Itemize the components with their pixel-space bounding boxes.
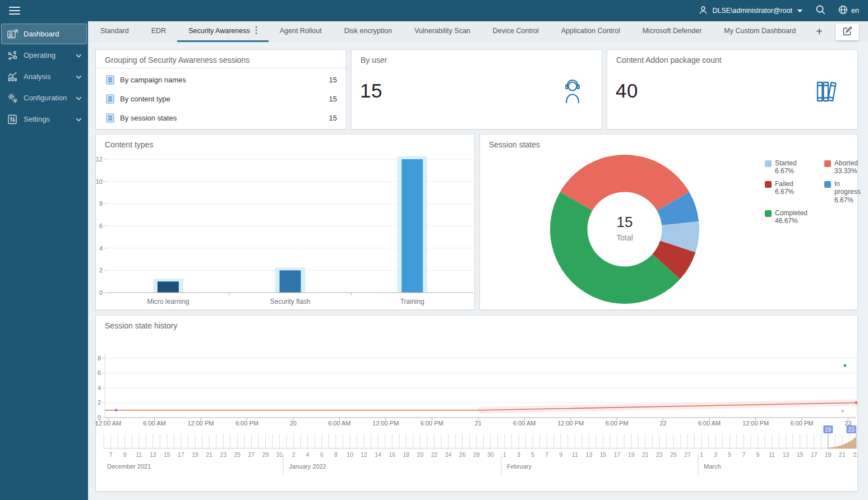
svg-text:12:00 PM: 12:00 PM bbox=[372, 420, 399, 427]
svg-text:21: 21 bbox=[206, 451, 213, 458]
svg-text:31: 31 bbox=[276, 451, 283, 458]
svg-text:December 2021: December 2021 bbox=[107, 463, 151, 470]
svg-text:Total: Total bbox=[616, 233, 633, 242]
card-title: Grouping of Security Awareness sessions bbox=[105, 55, 250, 64]
sidebar-item-settings[interactable]: Settings bbox=[1, 109, 87, 129]
tab-my-custom-dashboard[interactable]: My Custom Dashboard bbox=[713, 21, 807, 42]
by-user-count: 15 bbox=[360, 80, 382, 102]
svg-text:0: 0 bbox=[99, 289, 103, 296]
tab-disk-encryption[interactable]: Disk encryption bbox=[333, 21, 403, 42]
svg-text:30: 30 bbox=[487, 451, 494, 458]
legend-label: In progress6.67% bbox=[834, 180, 861, 203]
grouping-row-label: By content type bbox=[120, 95, 170, 103]
svg-text:7: 7 bbox=[545, 451, 548, 458]
svg-text:15: 15 bbox=[617, 214, 633, 230]
legend-item-failed[interactable]: Failed6.67% bbox=[765, 180, 819, 203]
svg-text:5: 5 bbox=[728, 451, 731, 458]
navigator-handle-23[interactable]: 23 bbox=[847, 425, 856, 433]
chevron-down-icon bbox=[797, 7, 803, 15]
language-selector[interactable]: en bbox=[838, 5, 859, 16]
tab-edr[interactable]: EDR bbox=[140, 21, 177, 42]
bar-micro-learning[interactable] bbox=[158, 281, 179, 293]
grouping-row-by-campaign-names[interactable]: By campaign names15 bbox=[96, 70, 346, 89]
svg-text:11: 11 bbox=[769, 451, 775, 458]
svg-text:17: 17 bbox=[178, 451, 184, 458]
sidebar-item-operating[interactable]: Operating bbox=[1, 45, 87, 66]
tab-label: Vulnerability Scan bbox=[414, 27, 470, 35]
legend-item-in-progress[interactable]: In progress6.67% bbox=[824, 180, 861, 203]
svg-text:3: 3 bbox=[714, 451, 717, 458]
grouping-row-value: 15 bbox=[329, 114, 337, 122]
tab-security-awareness[interactable]: Security Awareness bbox=[177, 21, 269, 42]
add-dashboard-tab-button[interactable]: + bbox=[807, 21, 832, 42]
svg-text:6:00 AM: 6:00 AM bbox=[328, 420, 350, 427]
session-state-history-chart: 024681912:00 AM6:00 AM12:00 PM6:00 PM206… bbox=[96, 316, 857, 491]
svg-text:12: 12 bbox=[361, 451, 367, 458]
bar-security-flash[interactable] bbox=[280, 270, 301, 293]
content-addon-count: 40 bbox=[616, 80, 638, 102]
edit-dashboard-button[interactable] bbox=[835, 24, 859, 40]
svg-text:17: 17 bbox=[811, 451, 818, 458]
legend-label: Failed6.67% bbox=[775, 180, 794, 203]
tab-standard[interactable]: Standard bbox=[89, 21, 140, 42]
sidebar-item-configuration[interactable]: Configuration bbox=[1, 87, 87, 108]
donut-segment-aborted[interactable] bbox=[560, 155, 689, 211]
svg-text:15: 15 bbox=[164, 451, 170, 458]
operating-icon bbox=[6, 50, 19, 61]
svg-text:6:00 PM: 6:00 PM bbox=[236, 420, 258, 427]
grouping-row-label: By campaign names bbox=[120, 76, 186, 84]
user-menu[interactable]: DLSE\administrator@root bbox=[699, 6, 803, 16]
globe-icon bbox=[838, 5, 848, 16]
tab-label: My Custom Dashboard bbox=[724, 27, 796, 35]
configuration-icon bbox=[6, 92, 19, 104]
tab-menu-kebab-icon[interactable] bbox=[255, 26, 257, 36]
svg-text:12:00 AM: 12:00 AM bbox=[96, 420, 121, 427]
svg-text:6: 6 bbox=[320, 451, 324, 458]
grouping-row-label: By session states bbox=[120, 114, 177, 122]
svg-text:6:00 PM: 6:00 PM bbox=[421, 420, 444, 427]
dashboard-content: Grouping of Security Awareness sessions … bbox=[88, 42, 868, 500]
tab-device-control[interactable]: Device Control bbox=[482, 21, 550, 42]
legend-label: Aborted33.33% bbox=[834, 159, 858, 175]
donut-legend: Started6.67%Aborted33.33%Failed6.67%In p… bbox=[765, 159, 861, 225]
hamburger-menu-icon[interactable] bbox=[9, 7, 20, 15]
chart-title: Session state history bbox=[105, 321, 177, 330]
navigator-handle-19[interactable]: 19 bbox=[823, 425, 833, 433]
svg-text:7: 7 bbox=[742, 451, 745, 458]
legend-item-aborted[interactable]: Aborted33.33% bbox=[824, 159, 861, 175]
legend-label: Started6.67% bbox=[775, 159, 797, 175]
card-title: By user bbox=[361, 55, 387, 64]
search-icon[interactable] bbox=[815, 4, 826, 17]
list-icon bbox=[106, 94, 114, 104]
tab-microsoft-defender[interactable]: Microsoft Defender bbox=[631, 21, 713, 42]
legend-item-started[interactable]: Started6.67% bbox=[765, 159, 819, 175]
tab-application-control[interactable]: Application Control bbox=[550, 21, 631, 42]
bar-training[interactable] bbox=[401, 159, 423, 293]
legend-item-completed[interactable]: Completed46.67% bbox=[765, 209, 819, 225]
svg-text:16: 16 bbox=[389, 451, 395, 458]
tab-label: Security Awareness bbox=[188, 27, 250, 35]
svg-text:21: 21 bbox=[475, 420, 482, 427]
svg-text:25: 25 bbox=[234, 451, 241, 458]
language-code: en bbox=[851, 7, 859, 15]
svg-text:January 2022: January 2022 bbox=[289, 463, 326, 470]
svg-text:24: 24 bbox=[445, 451, 452, 458]
sidebar-item-analysis[interactable]: Analysis bbox=[1, 66, 87, 87]
svg-text:23: 23 bbox=[853, 451, 857, 458]
svg-text:29: 29 bbox=[262, 451, 269, 458]
tab-vulnerability-scan[interactable]: Vulnerability Scan bbox=[403, 21, 482, 42]
tab-agent-rollout[interactable]: Agent Rollout bbox=[269, 21, 333, 42]
analysis-icon bbox=[6, 71, 19, 82]
svg-text:3: 3 bbox=[517, 451, 520, 458]
svg-text:22: 22 bbox=[431, 451, 438, 458]
grouping-row-by-content-type[interactable]: By content type15 bbox=[96, 89, 346, 108]
svg-text:6:00 AM: 6:00 AM bbox=[143, 420, 165, 427]
sidebar-item-dashboard[interactable]: Dashboard bbox=[1, 24, 87, 44]
divider bbox=[96, 68, 346, 68]
grouping-row-by-session-states[interactable]: By session states15 bbox=[96, 108, 346, 127]
svg-text:February: February bbox=[507, 463, 532, 470]
tab-label: Application Control bbox=[561, 27, 620, 35]
dashboard-tab-bar: StandardEDRSecurity Awareness Agent Roll… bbox=[88, 21, 868, 42]
svg-text:2: 2 bbox=[99, 267, 103, 274]
svg-text:12:00 PM: 12:00 PM bbox=[187, 420, 214, 427]
